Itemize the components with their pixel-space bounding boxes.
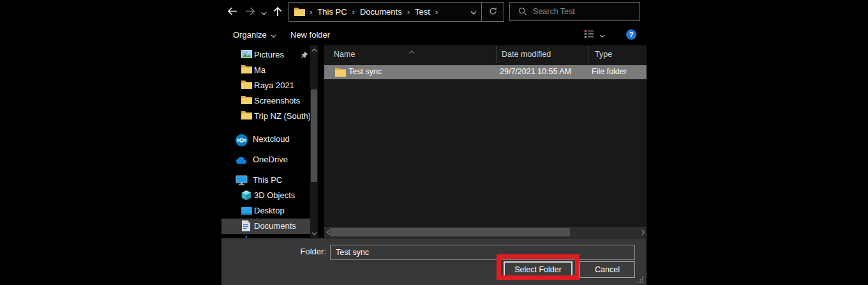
nextcloud-icon [236,134,246,145]
sidebar-item-label: Desktop [254,206,285,215]
folder-icon [241,65,252,76]
sidebar-item-label: Raya 2021 [254,81,294,90]
sidebar-item-raya-2021[interactable]: Raya 2021 [221,78,310,93]
recent-locations-button[interactable] [259,6,268,19]
sidebar-item-3d-objects[interactable]: 3D Objects [221,188,310,203]
file-type: File folder [592,67,627,76]
search-icon [518,7,527,16]
sidebar-item-label: Pictures [254,50,284,59]
scroll-right-button[interactable] [639,227,647,238]
onedrive-icon [236,157,246,167]
sidebar-item-ma[interactable]: Ma [221,63,310,78]
sidebar-item-label: Ma [254,65,266,75]
file-row-test-sync[interactable]: Test sync 29/7/2021 10:55 AM File folder [324,65,647,79]
sidebar-item-label: This PC [253,175,282,185]
sidebar-scrollbar-thumb[interactable] [311,89,317,182]
sort-ascending-icon [408,47,415,56]
cancel-button[interactable]: Cancel [580,261,635,278]
sidebar-scrollbar[interactable] [310,45,318,238]
scroll-down-button[interactable] [310,229,318,238]
resize-grip[interactable] [636,276,644,284]
up-arrow-icon [273,6,283,19]
details-view-icon [584,29,594,40]
breadcrumb-item-test[interactable]: Test [414,7,431,17]
chevron-down-icon [261,8,267,17]
breadcrumb-separator: › [403,7,414,17]
breadcrumb-item-this-pc[interactable]: This PC [317,7,347,17]
sidebar-item-screenshots[interactable]: Screenshots [221,93,310,109]
breadcrumb-item-documents[interactable]: Documents [359,7,403,17]
toolbar: Organize New folder ? [221,24,647,45]
breadcrumb-separator: › [305,7,317,17]
file-list-pane: Name Date modified Type Test sync 29/7/2… [324,45,647,238]
horizontal-scrollbar[interactable] [324,227,647,238]
view-mode-button[interactable] [584,24,594,45]
sidebar-item-label: Documents [254,221,296,231]
folder-name-input[interactable] [330,245,635,260]
folder-icon [335,68,346,79]
back-arrow-icon [227,6,238,18]
help-icon: ? [626,29,636,40]
computer-icon [236,175,246,186]
sidebar-item-desktop[interactable]: Desktop [221,203,310,219]
column-label: Date modified [502,50,551,59]
column-headers: Name Date modified Type [324,45,647,63]
file-date-modified: 29/7/2021 10:55 AM [500,67,571,76]
chevron-down-icon [271,30,276,40]
sidebar-item-label: 3D Objects [254,190,295,200]
breadcrumb-separator: › [431,7,442,17]
sidebar-item-onedrive[interactable]: OneDrive [221,152,310,167]
column-label: Type [595,50,612,59]
sidebar-item-documents[interactable]: Documents [221,219,310,234]
new-folder-button[interactable]: New folder [290,24,330,45]
help-button[interactable]: ? [626,24,636,45]
dialog-footer: Folder: Select Folder Cancel [221,238,647,285]
pin-icon [301,51,308,61]
folder-icon [241,96,252,107]
pictures-icon [241,50,252,61]
sidebar-item-label: Nextcloud [253,134,290,144]
breadcrumb: › This PC › Documents › Test › [289,3,466,21]
organize-button[interactable]: Organize [233,24,276,45]
column-label: Name [334,50,355,59]
folder-icon [294,8,305,16]
sidebar-item-label: Trip NZ (South) [254,111,311,121]
sidebar-item-pictures[interactable]: Pictures [221,47,310,63]
view-mode-dropdown[interactable] [599,24,605,45]
folder-name-label: Folder: [285,247,326,256]
forward-button[interactable] [243,6,257,19]
sidebar-item-nextcloud[interactable]: Nextcloud [221,132,310,147]
chevron-down-icon [470,7,477,17]
sidebar-item-label: Screenshots [254,96,300,105]
back-button[interactable] [225,6,239,19]
select-folder-button[interactable]: Select Folder [504,261,572,278]
search-input[interactable] [533,7,640,16]
new-folder-label: New folder [290,30,330,40]
sidebar-item-label: OneDrive [253,155,288,164]
navigation-pane: Pictures Ma Raya 2021 Screenshots [221,45,324,238]
refresh-icon [488,6,498,18]
address-dropdown-button[interactable] [466,7,481,17]
address-bar[interactable]: › This PC › Documents › Test › [288,2,504,22]
navigation-bar: › This PC › Documents › Test › [221,0,647,24]
desktop-icon [241,207,252,218]
file-picker-dialog: › This PC › Documents › Test › [221,0,647,285]
sidebar-item-this-pc[interactable]: This PC [221,173,310,188]
folder-icon [241,81,252,91]
sidebar-item-trip-nz-south[interactable]: Trip NZ (South) [221,109,310,124]
scroll-up-button[interactable] [310,45,318,54]
column-header-date-modified[interactable]: Date modified [496,45,588,63]
documents-icon [241,220,252,231]
folder-icon [241,111,252,122]
file-name: Test sync [348,67,382,76]
up-button[interactable] [271,6,285,19]
horizontal-scrollbar-thumb[interactable] [330,228,570,236]
organize-label: Organize [233,30,267,40]
column-header-type[interactable]: Type [588,45,647,63]
chevron-down-icon [599,30,605,40]
forward-arrow-icon [244,6,256,18]
search-box [509,2,640,21]
breadcrumb-separator: › [348,7,359,17]
refresh-button[interactable] [481,3,504,21]
cube-icon [241,190,252,201]
